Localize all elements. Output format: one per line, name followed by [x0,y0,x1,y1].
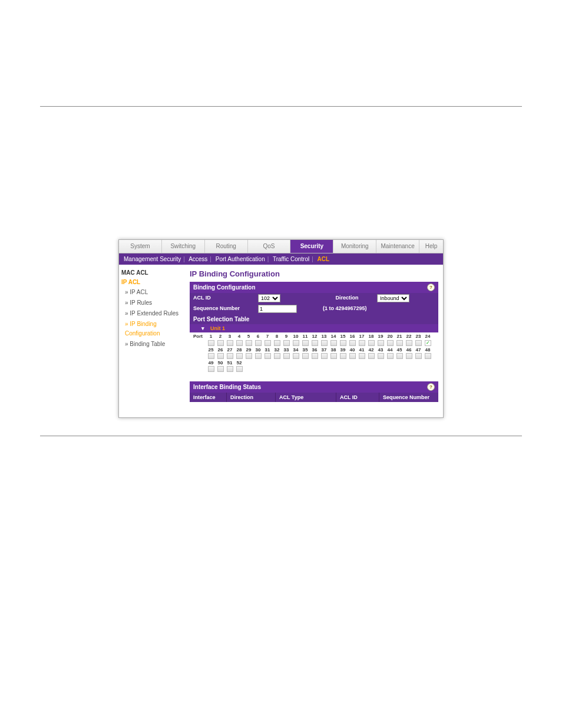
port-checkbox[interactable] [216,353,225,360]
port-checkbox[interactable] [348,353,357,360]
port-checkbox[interactable] [272,353,282,360]
port-checkbox[interactable] [300,353,310,360]
chevron-down-icon: ▾ [201,325,204,331]
help-icon[interactable]: ? [427,383,435,391]
tab-security[interactable]: Security [290,240,333,253]
port-number: 31 [263,347,272,353]
port-number: 50 [216,360,225,365]
subnav-mgmt-security[interactable]: Management Security [124,256,181,262]
port-checkbox[interactable] [206,353,216,360]
sequence-input[interactable] [258,305,297,313]
port-checkbox[interactable] [338,353,348,360]
sidebar-item-ip-extended-rules[interactable]: » IP Extended Rules [121,308,186,319]
port-checkbox[interactable] [329,353,338,360]
tab-switching[interactable]: Switching [162,240,205,253]
port-checkbox[interactable] [357,353,366,360]
port-checkbox[interactable] [253,353,263,360]
port-checkbox[interactable] [244,353,253,360]
port-number: 42 [366,347,376,353]
port-checkbox[interactable] [282,340,291,347]
port-number: 40 [348,347,357,353]
port-checkbox[interactable] [310,353,319,360]
port-checkbox[interactable] [225,353,234,360]
help-icon[interactable]: ? [427,284,435,291]
subnav-access[interactable]: Access [189,256,207,262]
port-checkbox[interactable] [376,353,385,360]
port-checkbox[interactable] [319,340,329,347]
port-checkbox[interactable] [366,353,376,360]
subnav-acl[interactable]: ACL [318,256,330,262]
tab-system[interactable]: System [119,240,162,253]
port-number: 5 [244,334,253,340]
sequence-hint: (1 to 4294967295) [319,304,375,314]
port-checkbox[interactable] [385,353,395,360]
port-number: 41 [357,347,366,353]
port-checkbox[interactable] [216,366,225,373]
port-checkbox[interactable] [206,340,216,347]
port-checkbox[interactable] [338,340,348,347]
port-number: 16 [348,334,357,340]
subnav-port-auth[interactable]: Port Authentication [216,256,265,262]
port-checkbox[interactable] [272,340,282,347]
port-checkbox[interactable] [234,353,244,360]
port-number: 25 [206,347,216,353]
subnav-traffic-control[interactable]: Traffic Control [273,256,309,262]
unit-row[interactable]: ▾Unit 1 [190,324,438,332]
port-checkbox[interactable] [366,340,376,347]
port-checkbox[interactable] [234,340,244,347]
port-checkbox[interactable] [310,340,319,347]
port-number: 32 [272,347,282,353]
tab-qos[interactable]: QoS [248,240,291,253]
tab-monitoring[interactable]: Monitoring [333,240,376,253]
port-checkbox[interactable] [404,340,414,347]
port-checkbox[interactable] [263,340,272,347]
main-content: IP Binding Configuration Binding Configu… [189,265,443,417]
port-number: 4 [234,334,244,340]
port-checkbox[interactable] [423,353,432,360]
port-checkbox[interactable] [423,340,432,347]
tab-maintenance[interactable]: Maintenance [376,240,419,253]
port-checkbox[interactable] [216,340,225,347]
port-checkbox[interactable] [206,366,216,373]
port-checkbox[interactable] [225,340,234,347]
sidebar-item-ip-acl[interactable]: » IP ACL [121,287,186,298]
tab-routing[interactable]: Routing [205,240,248,253]
port-checkbox[interactable] [234,366,244,373]
port-number: 15 [338,334,348,340]
tab-help[interactable]: Help [419,240,443,253]
port-checkbox[interactable] [300,340,310,347]
port-checkbox[interactable] [414,340,423,347]
port-number: 48 [423,347,432,353]
port-checkbox[interactable] [244,340,253,347]
aclid-select[interactable]: 102 [258,294,280,302]
sidebar-ip-acl[interactable]: IP ACL [121,278,186,287]
sidebar-mac-acl[interactable]: MAC ACL [121,268,186,278]
port-checkbox[interactable] [329,340,338,347]
port-number: 33 [282,347,291,353]
port-checkbox[interactable] [282,353,291,360]
port-checkbox[interactable] [357,340,366,347]
port-checkbox[interactable] [348,340,357,347]
port-checkbox[interactable] [376,340,385,347]
port-grid: Port123456789101112131415161718192021222… [190,332,438,374]
port-checkbox[interactable] [291,353,300,360]
port-checkbox[interactable] [404,353,414,360]
port-checkbox[interactable] [395,353,404,360]
port-checkbox[interactable] [253,340,263,347]
sidebar-item-ip-rules[interactable]: » IP Rules [121,298,186,308]
port-number: 29 [244,347,253,353]
port-checkbox[interactable] [225,366,234,373]
port-checkbox[interactable] [291,340,300,347]
port-checkbox[interactable] [385,340,395,347]
port-number: 17 [357,334,366,340]
port-checkbox[interactable] [263,353,272,360]
port-checkbox[interactable] [319,353,329,360]
port-number: 1 [206,334,216,340]
port-number: 36 [310,347,319,353]
direction-select[interactable]: Inbound [377,294,409,302]
sidebar-item-binding-table[interactable]: » Binding Table [121,339,186,350]
port-checkbox[interactable] [395,340,404,347]
port-checkbox[interactable] [414,353,423,360]
sidebar-item-ip-binding-config[interactable]: » IP Binding Configuration [121,319,186,339]
port-number: 13 [319,334,329,340]
